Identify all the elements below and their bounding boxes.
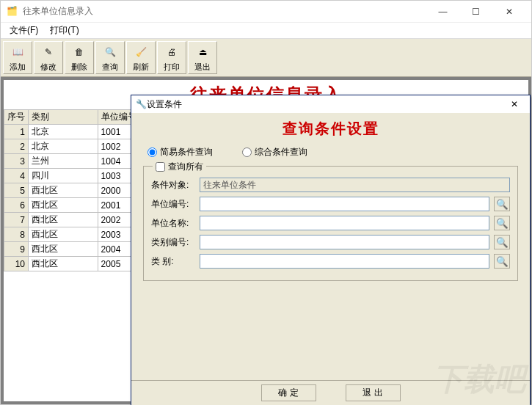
- radio-simple[interactable]: 简易条件查询: [147, 146, 213, 158]
- query-all-checkbox[interactable]: [156, 162, 165, 172]
- book-icon: 📖: [9, 43, 26, 61]
- unitcode-label: 单位编号:: [151, 198, 195, 211]
- dialog-titlebar[interactable]: 🔧 设置条件 ✕: [131, 95, 530, 113]
- toolbar-print[interactable]: 🖨打印: [157, 41, 186, 74]
- catcode-label: 类别编号:: [151, 236, 195, 249]
- pencil-icon: ✎: [40, 43, 57, 61]
- toolbar-delete[interactable]: 🗑删除: [65, 41, 94, 74]
- search-icon: 🔍: [496, 218, 509, 229]
- maximize-button[interactable]: ☐: [459, 1, 492, 22]
- ok-button[interactable]: 确 定: [261, 384, 316, 401]
- radio-complex[interactable]: 综合条件查询: [242, 146, 307, 158]
- binoculars-icon: 🔍: [101, 43, 119, 61]
- category-lookup-button[interactable]: 🔍: [494, 254, 510, 269]
- toolbar-add[interactable]: 📖添加: [3, 41, 32, 74]
- catcode-lookup-button[interactable]: 🔍: [494, 235, 510, 249]
- toolbar-edit[interactable]: ✎修改: [34, 41, 63, 74]
- minimize-button[interactable]: —: [426, 1, 459, 22]
- catcode-input[interactable]: [200, 235, 489, 249]
- toolbar-query[interactable]: 🔍查询: [95, 41, 125, 74]
- window-title: 往来单位信息录入: [23, 5, 426, 18]
- category-input[interactable]: [200, 254, 489, 269]
- obj-label: 条件对象:: [151, 179, 195, 191]
- unitcode-input[interactable]: [200, 197, 489, 211]
- app-icon: 🗂️: [7, 6, 18, 18]
- menu-file[interactable]: 文件(F): [4, 23, 44, 38]
- trash-icon: 🗑: [70, 43, 88, 61]
- unitname-input[interactable]: [200, 216, 489, 230]
- query-dialog: 🔧 设置条件 ✕ 查询条件设置 简易条件查询 综合条件查询 查询所有 条件对象:: [131, 95, 531, 405]
- obj-field: [200, 178, 510, 192]
- conditions-group: 查询所有 条件对象: 单位编号: 🔍 单位名称: 🔍 类别编号:: [143, 166, 518, 281]
- query-all-label: 查询所有: [168, 161, 203, 173]
- titlebar: 🗂️ 往来单位信息录入 — ☐ ✕: [1, 1, 531, 23]
- dialog-heading: 查询条件设置: [143, 119, 518, 139]
- unitname-lookup-button[interactable]: 🔍: [494, 216, 510, 230]
- search-icon: 🔍: [496, 237, 509, 248]
- exit-button[interactable]: 退 出: [346, 384, 401, 401]
- toolbar-exit[interactable]: ⏏退出: [188, 41, 217, 74]
- dialog-title: 设置条件: [147, 98, 503, 111]
- col-seq[interactable]: 序号: [4, 110, 29, 125]
- toolbar: 📖添加 ✎修改 🗑删除 🔍查询 🧹刷新 🖨打印 ⏏退出: [1, 39, 531, 77]
- dialog-close-button[interactable]: ✕: [503, 96, 525, 112]
- dialog-icon: 🔧: [136, 99, 147, 109]
- menu-print[interactable]: 打印(T): [44, 23, 84, 38]
- col-category[interactable]: 类别: [29, 110, 98, 125]
- broom-icon: 🧹: [132, 43, 150, 61]
- category-label: 类 别:: [151, 255, 195, 268]
- printer-icon: 🖨: [163, 43, 181, 61]
- search-icon: 🔍: [496, 256, 509, 267]
- main-window: 🗂️ 往来单位信息录入 — ☐ ✕ 文件(F) 打印(T) 📖添加 ✎修改 🗑删…: [0, 0, 532, 405]
- exit-icon: ⏏: [194, 43, 211, 61]
- unitname-label: 单位名称:: [151, 217, 195, 230]
- toolbar-refresh[interactable]: 🧹刷新: [126, 41, 156, 74]
- menubar: 文件(F) 打印(T): [1, 23, 531, 39]
- unitcode-lookup-button[interactable]: 🔍: [494, 197, 510, 211]
- close-button[interactable]: ✕: [492, 1, 525, 22]
- search-icon: 🔍: [496, 199, 509, 210]
